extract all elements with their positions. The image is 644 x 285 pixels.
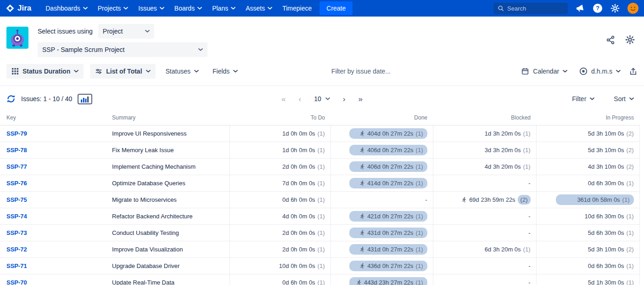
duration-value: 4d 0h 0m 0s(1) xyxy=(282,212,325,221)
empty-duration: - xyxy=(425,196,427,203)
issue-key-link[interactable]: SSP-77 xyxy=(6,163,27,170)
issue-key-link[interactable]: SSP-72 xyxy=(6,246,27,253)
chevron-down-icon xyxy=(123,7,128,10)
project-select[interactable]: SSP - Sample Scrum Project xyxy=(38,42,207,57)
column-header-key[interactable]: Key xyxy=(0,111,106,125)
filter-button[interactable]: Filter xyxy=(568,91,598,106)
next-page-button[interactable]: › xyxy=(340,94,348,104)
issue-table-body: SSP-79Improve UI Responsiveness1d 0h 0m … xyxy=(0,125,639,285)
duration-text: 6d 3h 20m 0s xyxy=(485,245,521,254)
calendar-select[interactable]: Calendar xyxy=(517,63,571,79)
create-button[interactable]: Create xyxy=(319,1,353,15)
help-button[interactable]: ? xyxy=(593,3,603,13)
chart-view-button[interactable] xyxy=(78,94,92,104)
last-page-button[interactable]: » xyxy=(355,94,365,104)
nav-item-boards[interactable]: Boards xyxy=(170,1,206,15)
column-header-summary[interactable]: Summary xyxy=(106,111,230,125)
nav-item-assets[interactable]: Assets xyxy=(241,1,276,15)
export-button[interactable] xyxy=(629,67,638,76)
nav-label: Plans xyxy=(212,5,228,12)
issue-summary: Update Real-Time Data xyxy=(106,274,230,285)
config-actions xyxy=(606,24,635,45)
issue-summary: Migrate to Microservices xyxy=(106,192,230,208)
duration-cell: 414d 0h 27m 22s(1) xyxy=(330,175,433,192)
nav-item-timepiece[interactable]: Timepiece xyxy=(278,1,316,15)
duration-pill: 361d 0h 58m 0s(1) xyxy=(556,194,634,205)
duration-cell: 6d 3h 20m 0s(1) xyxy=(433,241,536,258)
duration-cell: 436d 0h 27m 22s(1) xyxy=(330,258,433,274)
navbar-right: ? xyxy=(493,3,638,14)
duration-cell: 1d 0h 0m 0s(1) xyxy=(230,125,330,142)
page-size-select[interactable]: 10 xyxy=(311,93,333,104)
bar-chart-icon xyxy=(81,97,89,103)
duration-text: 4d 3h 20m 0s xyxy=(485,162,521,171)
issue-key-link[interactable]: SSP-79 xyxy=(6,130,27,137)
sort-button[interactable]: Sort xyxy=(610,91,638,106)
column-header-blocked[interactable]: Blocked xyxy=(433,111,536,125)
nav-item-dashboards[interactable]: Dashboards xyxy=(41,1,92,15)
duration-value: 0d 6h 30m 0s(1) xyxy=(588,179,634,188)
issue-source-select[interactable]: Project xyxy=(98,24,154,39)
search-input[interactable] xyxy=(507,5,562,12)
list-type-value: List of Total xyxy=(106,68,142,75)
nav-item-projects[interactable]: Projects xyxy=(94,1,133,15)
issue-key-link[interactable]: SSP-73 xyxy=(6,229,27,236)
time-format-select[interactable]: d.h.m.s xyxy=(576,63,624,79)
duration-text: 0d 6h 0m 0s xyxy=(282,195,315,204)
nav-item-plans[interactable]: Plans xyxy=(208,1,240,15)
global-search[interactable] xyxy=(493,3,568,14)
share-button[interactable] xyxy=(606,35,615,45)
duration-value: 2d 0h 0m 0s(1) xyxy=(282,245,325,254)
runner-icon xyxy=(359,147,365,153)
duration-count: (1) xyxy=(523,129,531,138)
chevron-down-icon xyxy=(198,48,203,51)
duration-text: 69d 23h 59m 22s xyxy=(469,195,515,204)
report-settings-button[interactable] xyxy=(625,35,635,45)
refresh-button[interactable] xyxy=(6,94,16,103)
report-type-value: Status Duration xyxy=(22,68,70,75)
issue-key-link[interactable]: SSP-76 xyxy=(6,180,27,187)
chevron-down-icon xyxy=(194,70,199,73)
duration-pill: 431d 0h 27m 22s(1) xyxy=(349,228,427,238)
duration-cell: 2d 0h 0m 0s(1) xyxy=(230,241,330,258)
column-header-inprogress[interactable]: In Progress xyxy=(536,111,639,125)
issue-key-link[interactable]: SSP-78 xyxy=(6,147,27,154)
duration-count: (1) xyxy=(318,262,325,270)
duration-text: 5d 1h 30m 0s xyxy=(588,278,624,285)
duration-cell: 2d 0h 0m 0s(1) xyxy=(230,159,330,175)
duration-cell: 7d 0h 0m 0s(1) xyxy=(230,175,330,192)
nav-item-issues[interactable]: Issues xyxy=(134,1,168,15)
issue-key-link[interactable]: SSP-70 xyxy=(6,279,27,285)
column-header-done[interactable]: Done xyxy=(330,111,433,125)
announcements-button[interactable] xyxy=(576,4,585,13)
duration-count: (1) xyxy=(627,262,634,270)
duration-count: (2) xyxy=(627,129,634,138)
issue-key-link[interactable]: SSP-71 xyxy=(6,262,27,269)
report-type-select[interactable]: Status Duration xyxy=(6,64,84,79)
issue-key-link[interactable]: SSP-74 xyxy=(6,213,27,220)
settings-button[interactable] xyxy=(610,4,620,13)
duration-cell: - xyxy=(433,175,536,192)
duration-value: 3d 3h 20m 0s(1) xyxy=(485,146,531,154)
jira-brand[interactable]: Jira xyxy=(6,4,31,13)
duration-text: 5d 3h 10m 0s xyxy=(588,245,624,254)
prev-page-button[interactable]: ‹ xyxy=(296,94,304,104)
column-header-todo[interactable]: To Do xyxy=(230,111,330,125)
first-page-button[interactable]: « xyxy=(279,94,288,104)
statuses-select[interactable]: Statuses xyxy=(162,64,202,79)
duration-text: 406d 0h 27m 22s xyxy=(367,162,413,171)
sliders-icon xyxy=(95,68,102,75)
issue-key-link[interactable]: SSP-75 xyxy=(6,196,27,203)
duration-count: (1) xyxy=(523,245,531,254)
list-type-select[interactable]: List of Total xyxy=(90,64,155,79)
chevron-down-icon xyxy=(325,97,330,100)
duration-cell: 404d 0h 27m 22s(1) xyxy=(330,125,433,142)
duration-pill: 436d 0h 27m 22s(1) xyxy=(349,261,427,271)
duration-cell: 3d 3h 20m 0s(1) xyxy=(433,142,536,159)
fields-select[interactable]: Fields xyxy=(209,64,241,79)
duration-count: (1) xyxy=(622,195,630,204)
duration-pill: 431d 0h 27m 22s(1) xyxy=(349,244,427,255)
duration-count: (2) xyxy=(627,162,634,171)
issue-date-filter-input[interactable] xyxy=(331,68,428,75)
profile-button[interactable] xyxy=(627,3,638,14)
